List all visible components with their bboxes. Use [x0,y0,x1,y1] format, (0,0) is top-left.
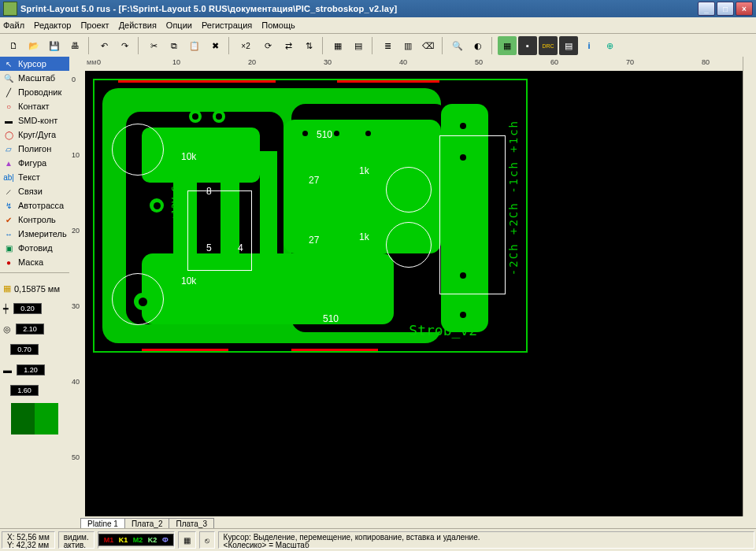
tb-cut-icon[interactable]: ✂ [144,36,163,55]
tb-save-icon[interactable]: 💾 [45,36,64,55]
tool-zoom[interactable]: 🔍Масштаб [0,71,69,85]
grid-value[interactable]: ▦0,15875 мм [0,281,69,296]
tb-dup-icon[interactable]: ×2 [235,36,257,55]
num-label: 0.70 [10,344,39,355]
tab-board-3[interactable]: Плата_3 [169,518,214,529]
tb-ungroup-icon[interactable]: ▤ [349,36,368,55]
tb-panel-icon[interactable]: ▪ [518,36,537,55]
tb-sep7 [491,37,494,54]
menu-register[interactable]: Регистрация [202,20,252,30]
pad-in[interactable]: 0.70 [0,342,69,357]
minimize-button[interactable]: _ [698,2,715,16]
silk-outline [187,190,252,271]
tb-copy-icon[interactable]: ⧉ [165,36,183,55]
menu-project[interactable]: Проект [80,20,109,30]
tb-info-icon[interactable]: i [580,36,598,55]
tool-poly[interactable]: ▱Полигон [0,142,69,156]
status-macro-icon[interactable]: ⎋ [199,531,215,549]
tb-redo-icon[interactable]: ↷ [115,36,134,55]
tool-text[interactable]: ab|Текст [0,170,69,184]
ruler-tick: 70 [626,58,634,66]
silk-label: 4 [238,242,243,253]
pad-icon: ○ [2,101,15,112]
work-area: мм 01020304050607080 01020304050 [69,57,743,516]
tb-snap-icon[interactable]: ▥ [398,36,417,55]
board-edge [118,80,276,83]
tb-undo-icon[interactable]: ↶ [94,36,113,55]
tool-label: Маска [18,257,43,267]
tool-check[interactable]: ✔Контроль [0,213,69,227]
tb-paste-icon[interactable]: 📋 [185,36,204,55]
menu-bar: Файл Редактор Проект Действия Опции Реги… [0,17,756,34]
menu-help[interactable]: Помощь [261,20,295,30]
track-icon: ╱ [2,87,15,98]
close-button[interactable]: × [736,2,753,16]
menu-editor[interactable]: Редактор [34,20,71,30]
ruler-tick: 50 [72,453,80,461]
tab-board-2[interactable]: Плата_2 [124,518,170,529]
tool-label: Контроль [18,215,56,224]
tool-mask[interactable]: ●Маска [0,255,69,269]
circle-icon: ◯ [2,129,15,140]
pcb-canvas[interactable]: 10k 10k 510 510 27 27 1k 1k 5 8 4 Strob_… [85,71,743,516]
silk-outline [439,135,506,294]
num-label: 2.10 [16,324,44,335]
smd-h[interactable]: 1.60 [0,383,69,398]
tb-delete-icon[interactable]: ✖ [206,36,224,55]
board-name: Strob_v2 [409,322,477,338]
tool-conn[interactable]: ⟋Связи [0,184,69,198]
tool-shape[interactable]: ▲Фигура [0,156,69,170]
pcb-pad [150,198,164,213]
menu-options[interactable]: Опции [166,20,192,30]
layer-selector[interactable]: M1 K1 M2 K2 Ф [98,534,174,546]
menu-actions[interactable]: Действия [119,20,157,30]
tb-contrast-icon[interactable]: ◐ [469,36,487,55]
board-tabs: Platine 1 Плата_2 Плата_3 [69,516,743,529]
scrollbar-vertical[interactable] [743,57,756,516]
silk-label: 1k [359,231,369,242]
status-y: Y: 42,32 мм [7,542,49,549]
tb-print-icon[interactable]: 🖶 [65,36,84,55]
tb-measure-icon[interactable]: ⊕ [600,36,619,55]
tb-sep3 [228,37,231,54]
tool-photo[interactable]: ▣Фотовид [0,241,69,255]
layer-k1: K1 [119,536,128,544]
tb-flipv-icon[interactable]: ⇅ [299,36,318,55]
tb-fliph-icon[interactable]: ⇄ [279,36,298,55]
auto-icon: ↯ [2,200,15,211]
tb-board-icon[interactable]: ▦ [498,36,517,55]
tool-label: Фотовид [18,243,53,253]
tool-cursor[interactable]: ↖Курсор [0,57,69,71]
menu-file[interactable]: Файл [3,20,24,30]
maximize-button[interactable]: □ [717,2,734,16]
tab-board-1[interactable]: Platine 1 [80,518,125,529]
pcb-pad [457,120,469,132]
tb-open-icon[interactable]: 📂 [24,36,43,55]
tool-pad[interactable]: ○Контакт [0,99,69,113]
tool-track[interactable]: ╱Проводник [0,85,69,99]
num-label: 0.20 [13,303,42,314]
channel-labels: -2Ch +2Ch -1ch +1ch [507,120,520,276]
tb-new-icon[interactable]: 🗋 [4,36,23,55]
ruler-tick: 40 [72,378,80,386]
tb-rotate-icon[interactable]: ⟳ [258,36,277,55]
color-swatch[interactable] [11,403,58,435]
tb-drc-icon[interactable]: DRC [539,36,558,55]
tb-remove-icon[interactable]: ⌫ [419,36,438,55]
smd-w[interactable]: ▬1.20 [0,362,69,378]
tool-circle[interactable]: ◯Круг/Дуга [0,128,69,142]
tool-measure[interactable]: ↔Измеритель [0,227,69,241]
pad-out[interactable]: ◎2.10 [0,321,69,337]
tb-group-icon[interactable]: ▦ [328,36,347,55]
trk-width[interactable]: ┿0.20 [0,301,69,316]
tb-align-icon[interactable]: ≣ [378,36,397,55]
tb-zoom-icon[interactable]: 🔍 [448,36,467,55]
status-bar: X: 52,56 мм Y: 42,32 мм видим. актив. M1… [0,528,756,551]
status-layers-icon[interactable]: ▦ [178,531,196,549]
power-labels: +12V Gnd [170,175,181,220]
tool-auto[interactable]: ↯Автотрасса [0,198,69,213]
tb-layers-icon[interactable]: ▤ [559,36,578,55]
ruler-tick: 30 [72,302,80,310]
tool-smd[interactable]: ▬SMD-конт [0,113,69,128]
board-edge [142,349,228,351]
